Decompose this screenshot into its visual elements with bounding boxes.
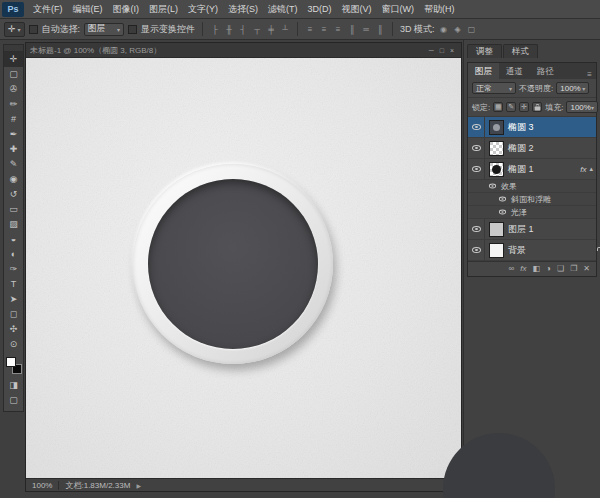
layer-thumbnail[interactable] <box>489 162 504 177</box>
eye-icon[interactable] <box>499 210 506 215</box>
pen-tool-button[interactable]: ✑ <box>4 262 23 277</box>
distribute-icon[interactable]: ≡ <box>305 25 315 34</box>
layer-row-background[interactable]: 背景 <box>468 240 596 261</box>
lock-transparency-icon[interactable]: ▦ <box>493 102 503 112</box>
auto-select-dropdown[interactable]: 图层 ▾ <box>84 23 124 36</box>
menu-window[interactable]: 窗口(W) <box>377 0 420 19</box>
tab-adjustments[interactable]: 调整 <box>467 44 502 58</box>
menu-image[interactable]: 图像(I) <box>108 0 145 19</box>
visibility-cell[interactable] <box>468 159 485 179</box>
layer-thumbnail[interactable] <box>489 120 504 135</box>
dodge-tool-button[interactable]: ◐ <box>4 247 23 262</box>
distribute-icon[interactable]: ═ <box>361 25 371 34</box>
close-icon[interactable]: × <box>447 43 457 58</box>
maximize-icon[interactable]: □ <box>437 43 447 58</box>
menu-layer[interactable]: 图层(L) <box>144 0 183 19</box>
delete-layer-icon[interactable]: ✕ <box>583 265 590 273</box>
brush-tool-button[interactable]: ✎ <box>4 157 23 172</box>
canvas[interactable] <box>26 58 461 478</box>
new-layer-icon[interactable]: ❐ <box>570 265 577 273</box>
path-selection-tool-button[interactable]: ➤ <box>4 292 23 307</box>
history-brush-tool-button[interactable]: ↺ <box>4 187 23 202</box>
align-center-v-icon[interactable]: ╪ <box>266 25 276 34</box>
crop-tool-button[interactable]: # <box>4 112 23 127</box>
auto-select-checkbox[interactable] <box>29 25 38 34</box>
layer-thumbnail[interactable] <box>489 243 504 258</box>
visibility-cell[interactable] <box>468 138 485 158</box>
layer-row-ellipse-1[interactable]: 椭圆 1 fx ▴ <box>468 159 596 180</box>
panel-menu-icon[interactable]: ≡ <box>583 70 596 79</box>
align-left-icon[interactable]: ├ <box>210 25 220 34</box>
lock-pixels-icon[interactable]: ✎ <box>506 102 516 112</box>
toolbox-grip[interactable] <box>4 45 23 52</box>
shape-tool-button[interactable]: ◻ <box>4 307 23 322</box>
effect-bevel-emboss-row[interactable]: 斜面和浮雕 <box>468 193 596 206</box>
menu-type[interactable]: 文字(Y) <box>183 0 223 19</box>
menu-help[interactable]: 帮助(H) <box>419 0 460 19</box>
align-right-icon[interactable]: ┤ <box>238 25 248 34</box>
tool-preset-button[interactable]: ✛ ▾ <box>4 22 25 37</box>
quick-mask-button[interactable]: ◨ <box>4 378 23 393</box>
distribute-icon[interactable]: ║ <box>347 25 357 34</box>
show-transform-checkbox[interactable] <box>128 25 137 34</box>
blend-mode-dropdown[interactable]: 正常 ▾ <box>472 82 516 94</box>
3d-mode-icon[interactable]: ◉ <box>439 25 449 34</box>
layer-effects-icon[interactable]: fx <box>520 265 526 273</box>
effect-satin-row[interactable]: 光泽 <box>468 206 596 219</box>
layer-group-icon[interactable]: ❏ <box>557 265 564 273</box>
layer-mask-icon[interactable]: ◧ <box>533 265 541 273</box>
eyedropper-tool-button[interactable]: ✒ <box>4 127 23 142</box>
lock-position-icon[interactable]: ✛ <box>519 102 529 112</box>
layer-thumbnail[interactable] <box>489 222 504 237</box>
eye-icon[interactable] <box>499 197 506 202</box>
effects-row[interactable]: 效果 <box>468 180 596 193</box>
screen-mode-button[interactable]: ▢ <box>4 393 23 408</box>
clone-stamp-tool-button[interactable]: ◉ <box>4 172 23 187</box>
menu-edit[interactable]: 编辑(E) <box>68 0 108 19</box>
link-layers-icon[interactable]: ∞ <box>509 265 515 273</box>
zoom-tool-button[interactable]: ⊙ <box>4 337 23 352</box>
3d-mode-icon[interactable]: ▢ <box>467 25 477 34</box>
eraser-tool-button[interactable]: ▭ <box>4 202 23 217</box>
3d-mode-icon[interactable]: ◈ <box>453 25 463 34</box>
layer-row-layer-1[interactable]: 图层 1 <box>468 219 596 240</box>
tab-styles[interactable]: 样式 <box>503 44 538 58</box>
quick-selection-tool-button[interactable]: ✏ <box>4 97 23 112</box>
eye-icon[interactable] <box>489 184 496 189</box>
hand-tool-button[interactable]: ✣ <box>4 322 23 337</box>
foreground-color-swatch[interactable] <box>6 357 16 367</box>
document-title-bar[interactable]: 未标题-1 @ 100%（椭圆 3, RGB/8） ─ □ × <box>26 43 461 58</box>
distribute-icon[interactable]: ≡ <box>333 25 343 34</box>
status-options-arrow-icon[interactable]: ▶ <box>136 482 141 489</box>
rectangular-marquee-tool-button[interactable]: ▢ <box>4 67 23 82</box>
tab-paths[interactable]: 路径 <box>530 63 561 79</box>
menu-filter[interactable]: 滤镜(T) <box>263 0 303 19</box>
move-tool-button[interactable]: ✛ <box>4 52 23 67</box>
minimize-icon[interactable]: ─ <box>426 43 437 58</box>
visibility-cell[interactable] <box>468 117 485 137</box>
tab-channels[interactable]: 通道 <box>499 63 530 79</box>
healing-brush-tool-button[interactable]: ✚ <box>4 142 23 157</box>
visibility-cell[interactable] <box>468 219 485 239</box>
layer-thumbnail[interactable] <box>489 141 504 156</box>
blur-tool-button[interactable]: ◒ <box>4 232 23 247</box>
distribute-icon[interactable]: ║ <box>375 25 385 34</box>
adjustment-layer-icon[interactable]: ◑ <box>546 265 551 273</box>
fill-dropdown[interactable]: 100% ▾ <box>566 101 597 113</box>
zoom-level-field[interactable]: 100% <box>32 481 52 490</box>
gradient-tool-button[interactable]: ▨ <box>4 217 23 232</box>
lock-all-icon[interactable] <box>532 102 542 112</box>
type-tool-button[interactable]: T <box>4 277 23 292</box>
layer-row-ellipse-2[interactable]: 椭圆 2 <box>468 138 596 159</box>
menu-view[interactable]: 视图(V) <box>337 0 377 19</box>
tab-layers[interactable]: 图层 <box>468 63 499 79</box>
lasso-tool-button[interactable]: ✇ <box>4 82 23 97</box>
layer-row-ellipse-3[interactable]: 椭圆 3 <box>468 117 596 138</box>
distribute-icon[interactable]: ≡ <box>319 25 329 34</box>
menu-file[interactable]: 文件(F) <box>28 0 68 19</box>
collapse-effects-icon[interactable]: ▴ <box>586 165 596 173</box>
menu-3d[interactable]: 3D(D) <box>303 0 337 19</box>
menu-select[interactable]: 选择(S) <box>223 0 263 19</box>
visibility-cell[interactable] <box>468 240 485 260</box>
align-top-icon[interactable]: ┬ <box>252 25 262 34</box>
